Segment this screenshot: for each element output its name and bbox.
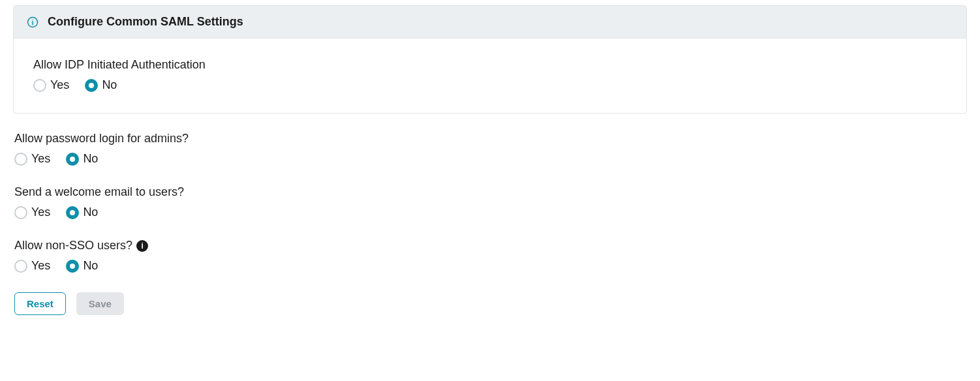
radio-label: Yes <box>31 152 50 166</box>
radio-welcome-email-yes[interactable]: Yes <box>14 206 50 219</box>
radio-circle-selected-icon <box>66 153 79 166</box>
radio-circle-icon <box>33 79 46 92</box>
field-label-text: Allow non-SSO users? <box>14 239 132 252</box>
radio-welcome-email-no[interactable]: No <box>66 206 98 219</box>
radio-group-idp-auth: Yes No <box>33 78 947 92</box>
radio-group-admin-password: Yes No <box>14 152 967 166</box>
radio-circle-selected-icon <box>85 79 98 92</box>
saml-settings-panel: Configure Common SAML Settings Allow IDP… <box>13 5 967 114</box>
field-admin-password: Allow password login for admins? Yes No <box>14 132 967 166</box>
radio-idp-auth-no[interactable]: No <box>85 78 117 92</box>
radio-group-welcome-email: Yes No <box>14 206 967 219</box>
radio-circle-icon <box>14 260 27 273</box>
svg-point-2 <box>32 19 33 20</box>
field-label-admin-password: Allow password login for admins? <box>14 132 967 145</box>
save-button[interactable]: Save <box>76 292 124 315</box>
panel-header: Configure Common SAML Settings <box>14 6 966 38</box>
field-idp-auth: Allow IDP Initiated Authentication Yes N… <box>33 58 947 92</box>
radio-non-sso-no[interactable]: No <box>66 259 98 273</box>
outside-fields: Allow password login for admins? Yes No … <box>14 132 967 315</box>
radio-idp-auth-yes[interactable]: Yes <box>33 78 69 92</box>
radio-label: Yes <box>50 78 69 92</box>
radio-non-sso-yes[interactable]: Yes <box>14 259 50 273</box>
field-label-idp-auth: Allow IDP Initiated Authentication <box>33 58 947 72</box>
field-label-non-sso: Allow non-SSO users? i <box>14 239 967 252</box>
radio-label: No <box>83 259 98 273</box>
radio-label: No <box>83 152 98 166</box>
panel-title: Configure Common SAML Settings <box>48 15 243 29</box>
radio-label: No <box>83 206 98 219</box>
reset-button[interactable]: Reset <box>14 292 66 315</box>
info-icon <box>27 16 38 28</box>
field-welcome-email: Send a welcome email to users? Yes No <box>14 185 967 219</box>
radio-circle-selected-icon <box>66 206 79 219</box>
help-icon[interactable]: i <box>136 240 148 252</box>
radio-circle-icon <box>14 206 27 219</box>
field-non-sso: Allow non-SSO users? i Yes No <box>14 239 967 273</box>
radio-admin-password-yes[interactable]: Yes <box>14 152 50 166</box>
radio-circle-icon <box>14 153 27 166</box>
radio-label: Yes <box>31 206 50 219</box>
radio-circle-selected-icon <box>66 260 79 273</box>
button-row: Reset Save <box>14 292 967 315</box>
radio-label: No <box>102 78 117 92</box>
radio-label: Yes <box>31 259 50 273</box>
radio-group-non-sso: Yes No <box>14 259 967 273</box>
panel-body: Allow IDP Initiated Authentication Yes N… <box>14 38 966 113</box>
field-label-welcome-email: Send a welcome email to users? <box>14 185 967 199</box>
radio-admin-password-no[interactable]: No <box>66 152 98 166</box>
